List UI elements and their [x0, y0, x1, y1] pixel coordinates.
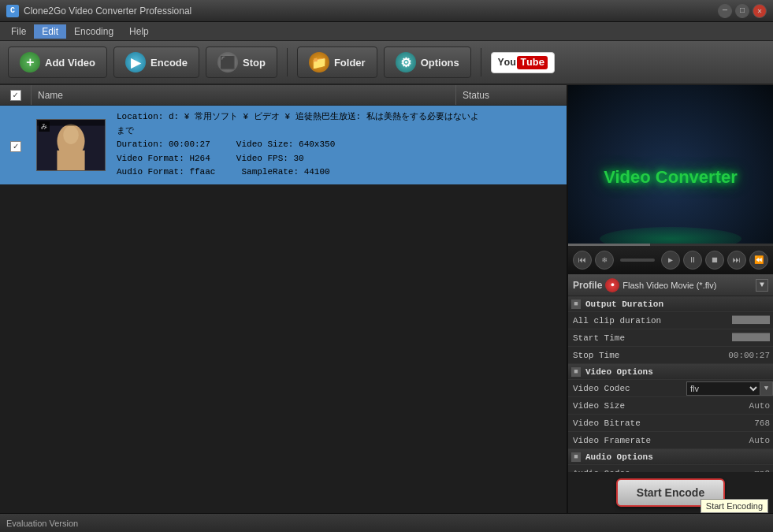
youtube-you: You [498, 57, 516, 69]
codec-dropdown-arrow: ▼ [760, 381, 773, 396]
all-clip-duration-row: All clip duration ████████ [568, 312, 773, 329]
add-video-label: Add Video [45, 57, 95, 69]
file-audio-format: Audio Format: ffaac [117, 167, 215, 177]
folder-icon: 📁 [309, 52, 329, 73]
status-bar: Evaluation Version [0, 513, 773, 532]
toolbar: ＋ Add Video ▶ Encode ⬛ Stop 📁 Folder ⚙ O… [0, 41, 773, 85]
menu-edit[interactable]: Edit [34, 24, 66, 39]
profile-bar: Profile ● Flash Video Movie (*.flv) ▼ [568, 274, 773, 296]
thumbnail-image: み [36, 119, 106, 171]
file-location: Location: d: ¥ 常用ソフト ¥ ビデオ ¥ 追徒熱巴生放送: 私は… [117, 110, 560, 125]
tooltip: Start Encoding [701, 499, 768, 513]
stop-icon: ⬛ [217, 52, 238, 73]
status-column-header: Status [456, 85, 567, 105]
start-time-row: Start Time ████████ [568, 329, 773, 347]
minimize-button[interactable]: ─ [718, 4, 732, 18]
preview-title: Video Converter [604, 167, 738, 188]
video-framerate-label: Video Framerate [568, 436, 694, 445]
pause-button[interactable]: ⏸ [683, 251, 702, 270]
start-time-label: Start Time [568, 333, 694, 343]
skip-forward-button[interactable]: ⏭ [727, 251, 746, 270]
video-framerate-row: Video Framerate Auto [568, 432, 773, 449]
file-video-format: Video Format: H264 [117, 154, 210, 163]
video-size-value: Auto [694, 401, 773, 411]
file-location-2: まで [117, 125, 560, 139]
snowflake-button[interactable]: ❄ [595, 251, 614, 270]
maximize-button[interactable]: □ [735, 4, 749, 18]
right-panel: Video Converter ⏮ ❄ ▶ ⏸ ⏹ ⏭ ⏪ Profile [568, 85, 773, 513]
add-icon: ＋ [20, 52, 40, 73]
stop-time-label: Stop Time [568, 351, 694, 360]
profile-value: Flash Video Movie (*.flv) [622, 281, 753, 290]
play-button[interactable]: ▶ [661, 251, 680, 270]
menu-help[interactable]: Help [121, 24, 157, 39]
file-panel: ✓ Name Status ✓ [0, 85, 568, 513]
file-row[interactable]: ✓ み [0, 106, 567, 184]
window-controls: ─ □ ✕ [718, 4, 767, 18]
audio-options-header: ■ Audio Options [568, 449, 773, 465]
video-size-label: Video Size [568, 401, 694, 411]
profile-icon: ● [605, 278, 619, 292]
video-bitrate-label: Video Bitrate [568, 419, 694, 428]
youtube-button[interactable]: You Tube [491, 52, 556, 73]
encode-button[interactable]: ▶ Encode [113, 47, 199, 78]
encode-icon: ▶ [125, 52, 146, 73]
video-codec-label: Video Codec [568, 384, 686, 393]
stop-button[interactable]: ⬛ Stop [206, 47, 277, 78]
video-codec-select[interactable]: flv [686, 381, 760, 396]
file-duration-size: Duration: 00:00:27 Video Size: 640x350 [117, 138, 560, 152]
output-duration-icon: ■ [571, 299, 581, 309]
progress-bar[interactable] [620, 259, 655, 262]
close-button[interactable]: ✕ [753, 4, 767, 18]
toolbar-separator [287, 48, 288, 76]
video-bitrate-row: Video Bitrate 768 [568, 415, 773, 432]
video-options-header: ■ Video Options [568, 364, 773, 380]
file-audio-sample: Audio Format: ffaac SampleRate: 44100 [117, 166, 560, 180]
stop-label: Stop [243, 57, 266, 69]
encode-label: Encode [151, 57, 188, 69]
video-framerate-value: Auto [694, 436, 773, 445]
add-video-button[interactable]: ＋ Add Video [8, 47, 107, 78]
stop-preview-button[interactable]: ⏹ [705, 251, 724, 270]
video-options-label: Video Options [581, 367, 773, 377]
file-sample-rate: SampleRate: 44100 [241, 167, 329, 177]
skip-back-button[interactable]: ⏪ [749, 251, 768, 270]
menu-encoding[interactable]: Encoding [66, 24, 121, 39]
profile-dropdown[interactable]: ▼ [756, 279, 768, 292]
video-codec-row: Video Codec flv ▼ [568, 380, 773, 397]
video-preview: Video Converter ⏮ ❄ ▶ ⏸ ⏹ ⏭ ⏪ [568, 85, 773, 274]
all-clip-duration-label: All clip duration [568, 316, 694, 326]
name-column-header: Name [32, 85, 456, 105]
folder-button[interactable]: 📁 Folder [297, 47, 377, 78]
video-options-icon: ■ [571, 367, 581, 377]
preview-controls: ⏮ ❄ ▶ ⏸ ⏹ ⏭ ⏪ [568, 246, 773, 274]
audio-codec-row: Audio Codec mp3 [568, 465, 773, 472]
options-button[interactable]: ⚙ Options [384, 47, 471, 78]
audio-options-label: Audio Options [581, 452, 773, 462]
app-icon: C [6, 5, 19, 17]
header-checkbox[interactable]: ✓ [10, 90, 21, 101]
folder-label: Folder [334, 57, 366, 69]
toolbar-separator-2 [481, 48, 481, 76]
options-label: Options [421, 57, 459, 69]
app-title: Clone2Go Video Converter Professional [24, 6, 718, 17]
profile-label: Profile [573, 280, 602, 291]
row-checkbox-area: ✓ [0, 106, 32, 184]
settings-table: ■ Output Duration All clip duration ████… [568, 296, 773, 472]
file-duration: Duration: 00:00:27 [117, 140, 210, 149]
audio-options-icon: ■ [571, 452, 581, 462]
output-duration-label: Output Duration [581, 299, 773, 309]
file-thumbnail: み [32, 106, 110, 184]
file-video-size: Video Size: 640x350 [236, 140, 335, 149]
stop-time-value: 00:00:27 [694, 351, 773, 360]
main-content: ✓ Name Status ✓ [0, 85, 773, 513]
output-duration-header: ■ Output Duration [568, 296, 773, 312]
menu-file[interactable]: File [3, 24, 34, 39]
all-clip-duration-value: ████████ [694, 316, 773, 325]
file-format-fps: Video Format: H264 Video FPS: 30 [117, 152, 560, 166]
file-video-fps: Video FPS: 30 [236, 154, 304, 163]
video-bitrate-value: 768 [694, 419, 773, 428]
row-checkbox[interactable]: ✓ [10, 141, 21, 152]
rewind-button[interactable]: ⏮ [573, 251, 592, 270]
video-size-row: Video Size Auto [568, 397, 773, 415]
